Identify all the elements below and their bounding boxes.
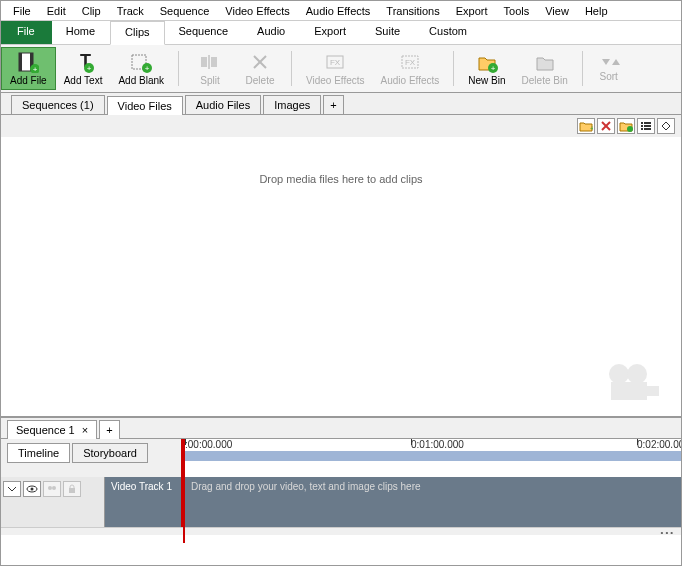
track-lock-button[interactable]: [63, 481, 81, 497]
storyboard-tab[interactable]: Storyboard: [72, 443, 148, 463]
split-label: Split: [200, 75, 219, 86]
delete-bin-label: Delete Bin: [522, 75, 568, 86]
video-track-body[interactable]: Drag and drop your video, text and image…: [181, 477, 681, 527]
tab-images[interactable]: Images: [263, 95, 321, 114]
fx-audio-icon: FX: [399, 51, 421, 73]
svg-rect-1: [19, 53, 22, 71]
tab-audio-files[interactable]: Audio Files: [185, 95, 261, 114]
tab-add[interactable]: +: [323, 95, 343, 114]
delete-item-button[interactable]: [597, 118, 615, 134]
svg-rect-34: [611, 382, 647, 400]
menu-help[interactable]: Help: [577, 3, 616, 19]
list-view-button[interactable]: [637, 118, 655, 134]
menu-export[interactable]: Export: [448, 3, 496, 19]
ribbon-suite[interactable]: Suite: [361, 21, 415, 44]
svg-text:FX: FX: [405, 58, 416, 67]
add-blank-label: Add Blank: [118, 75, 164, 86]
list-icon: [640, 120, 652, 132]
folder-delete-icon: [534, 51, 556, 73]
ruler-tick-0: :00:00.000: [185, 439, 232, 450]
ribbon-export[interactable]: Export: [300, 21, 361, 44]
svg-point-32: [609, 364, 629, 384]
svg-rect-30: [641, 128, 643, 130]
panel-tabs: Sequences (1) Video Files Audio Files Im…: [1, 93, 681, 115]
eye-icon: [26, 484, 38, 494]
delete-bin-button[interactable]: Delete Bin: [514, 47, 576, 90]
fx-video-icon: FX: [324, 51, 346, 73]
delete-label: Delete: [246, 75, 275, 86]
expand-icon: [660, 120, 672, 132]
ruler-tick-1: 0:01:00.000: [411, 439, 464, 450]
track-area: Video Track 1 Drag and drop your video, …: [1, 477, 681, 527]
new-bin-label: New Bin: [468, 75, 505, 86]
ribbon-sequence[interactable]: Sequence: [165, 21, 244, 44]
add-text-button[interactable]: T+ Add Text: [56, 47, 111, 90]
sequence-tab[interactable]: Sequence 1 ×: [7, 420, 97, 439]
lock-icon: [67, 484, 77, 494]
ribbon-custom[interactable]: Custom: [415, 21, 482, 44]
split-button[interactable]: Split: [185, 47, 235, 90]
svg-point-39: [52, 486, 56, 490]
menu-transitions[interactable]: Transitions: [378, 3, 447, 19]
add-file-label: Add File: [10, 75, 47, 86]
ribbon-tabs: File Home Clips Sequence Audio Export Su…: [1, 21, 681, 45]
menu-tools[interactable]: Tools: [496, 3, 538, 19]
svg-point-38: [48, 486, 52, 490]
ribbon-clips[interactable]: Clips: [110, 21, 164, 45]
resize-grip[interactable]: •••: [1, 527, 681, 535]
playhead[interactable]: [183, 439, 185, 543]
new-folder-button[interactable]: [617, 118, 635, 134]
separator: [178, 51, 179, 86]
svg-text:+: +: [145, 64, 150, 73]
tab-video-files[interactable]: Video Files: [107, 96, 183, 115]
menu-edit[interactable]: Edit: [39, 3, 74, 19]
svg-rect-26: [641, 122, 643, 124]
timeline-tab[interactable]: Timeline: [7, 443, 70, 463]
add-blank-button[interactable]: + Add Blank: [110, 47, 172, 90]
svg-text:+: +: [590, 125, 593, 132]
svg-rect-12: [211, 57, 217, 67]
sort-button[interactable]: Sort: [589, 47, 629, 90]
separator: [291, 51, 292, 86]
add-sequence-button[interactable]: +: [99, 420, 119, 439]
menu-video-effects[interactable]: Video Effects: [217, 3, 297, 19]
menu-file[interactable]: File: [5, 3, 39, 19]
add-file-button[interactable]: + Add File: [1, 47, 56, 90]
media-drop-area[interactable]: Drop media files here to add clips: [1, 137, 681, 417]
ribbon-audio[interactable]: Audio: [243, 21, 300, 44]
track-collapse-button[interactable]: [3, 481, 21, 497]
separator: [453, 51, 454, 86]
video-effects-button[interactable]: FX Video Effects: [298, 47, 373, 90]
folder-new-icon: [619, 120, 633, 132]
text-add-icon: T+: [72, 51, 94, 73]
menu-audio-effects[interactable]: Audio Effects: [298, 3, 379, 19]
close-sequence-button[interactable]: ×: [82, 424, 88, 436]
menubar: File Edit Clip Track Sequence Video Effe…: [1, 1, 681, 21]
ribbon-home[interactable]: Home: [52, 21, 110, 44]
track-controls: [1, 477, 105, 527]
video-effects-label: Video Effects: [306, 75, 365, 86]
menu-sequence[interactable]: Sequence: [152, 3, 218, 19]
expand-button[interactable]: [657, 118, 675, 134]
menu-track[interactable]: Track: [109, 3, 152, 19]
add-folder-button[interactable]: +: [577, 118, 595, 134]
svg-rect-31: [644, 128, 651, 130]
ruler-tick-2: 0:02:00.000: [637, 439, 682, 450]
tab-sequences[interactable]: Sequences (1): [11, 95, 105, 114]
drop-hint: Drop media files here to add clips: [259, 173, 422, 185]
audio-effects-button[interactable]: FX Audio Effects: [373, 47, 448, 90]
delete-button[interactable]: Delete: [235, 47, 285, 90]
menu-clip[interactable]: Clip: [74, 3, 109, 19]
svg-text:+: +: [33, 65, 38, 73]
track-label[interactable]: Video Track 1: [105, 477, 181, 527]
track-visible-button[interactable]: [23, 481, 41, 497]
track-link-button[interactable]: [43, 481, 61, 497]
new-bin-button[interactable]: + New Bin: [460, 47, 513, 90]
menu-view[interactable]: View: [537, 3, 577, 19]
panel-icon-bar: +: [1, 115, 681, 137]
timeline-ruler[interactable]: :00:00.000 0:01:00.000 0:02:00.000: [181, 439, 681, 477]
group-icon: [46, 484, 58, 494]
svg-text:FX: FX: [330, 58, 341, 67]
svg-rect-28: [641, 125, 643, 127]
ribbon-file[interactable]: File: [1, 21, 52, 44]
